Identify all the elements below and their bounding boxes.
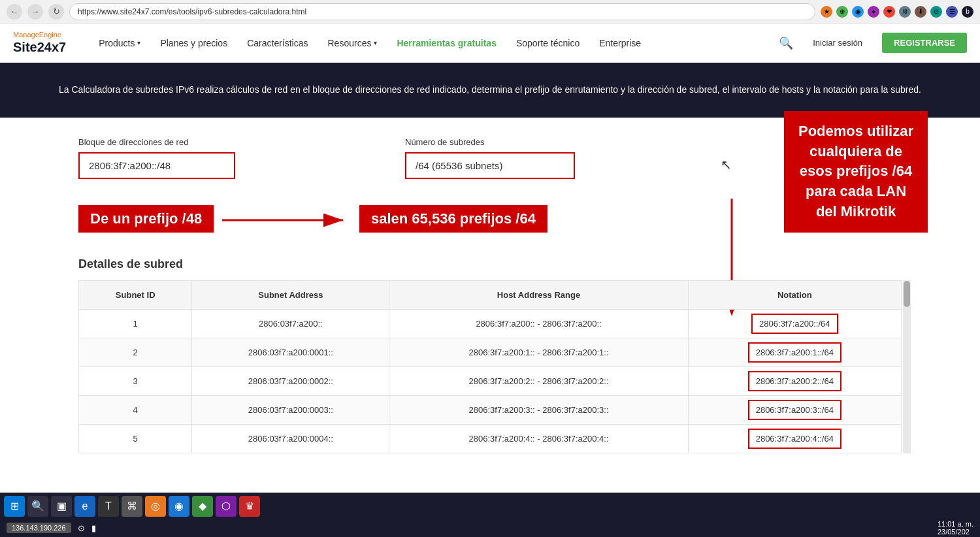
network-block-input[interactable] <box>78 152 235 179</box>
nav-resources[interactable]: Resources ▾ <box>328 38 378 48</box>
browser-icons: ★ ⊕ ◉ ♦ ❤ ⚙ ⬇ ⊙ ☰ b <box>821 6 973 18</box>
network-block-label: Bloque de direcciones de red <box>78 137 235 147</box>
table-row: 4 2806:03f7:a200:0003:: 2806:3f7:a200:3:… <box>79 395 902 424</box>
col-subnet-id: Subnet ID <box>79 280 192 309</box>
search-icon[interactable]: 🔍 <box>779 36 793 50</box>
col-subnet-address: Subnet Address <box>192 280 389 309</box>
logo-top: ManageEngine <box>13 31 66 39</box>
notation-value: 2806:3f7:a200:4::/64 <box>748 429 841 449</box>
resources-chevron: ▾ <box>374 39 377 46</box>
annotation-middle-box: salen 65,536 prefijos /64 <box>359 205 547 233</box>
browser-icon-5: ❤ <box>883 6 895 18</box>
cell-id: 3 <box>79 366 192 395</box>
form-row: Bloque de direcciones de red Número de s… <box>78 137 902 179</box>
search-taskbar-button[interactable]: 🔍 <box>27 496 48 517</box>
browser-bar: ← → ↻ ★ ⊕ ◉ ♦ ❤ ⚙ ⬇ ⊙ ☰ b <box>0 0 980 24</box>
browser-icon-1: ★ <box>821 6 832 18</box>
cell-address: 2806:03f7:a200:0003:: <box>192 395 389 424</box>
cell-notation: 2806:3f7:a200:3::/64 <box>688 395 901 424</box>
cell-id: 5 <box>79 424 192 453</box>
cell-range: 2806:3f7:a200:1:: - 2806:3f7:a200:1:: <box>389 338 688 366</box>
hero-banner: La Calculadora de subredes IPv6 realiza … <box>0 63 980 118</box>
subnet-count-input[interactable] <box>405 152 575 179</box>
cell-range: 2806:3f7:a200:3:: - 2806:3f7:a200:3:: <box>389 395 688 424</box>
cell-address: 2806:03f7:a200:: <box>192 309 389 338</box>
cell-id: 1 <box>79 309 192 338</box>
tooltip-box-right: Podemos utilizar cualquiera de esos pref… <box>784 111 928 233</box>
cell-notation: 2806:3f7:a200:2::/64 <box>688 366 901 395</box>
terminal-button[interactable]: T <box>98 496 119 517</box>
cursor-icon: ↖ <box>721 157 732 172</box>
cell-address: 2806:03f7:a200:0004:: <box>192 424 389 453</box>
app5-button[interactable]: ⬡ <box>216 496 237 517</box>
nav-enterprise[interactable]: Enterprise <box>599 38 641 48</box>
cell-address: 2806:03f7:a200:0001:: <box>192 338 389 366</box>
cell-range: 2806:3f7:a200:2:: - 2806:3f7:a200:2:: <box>389 366 688 395</box>
nav-products[interactable]: Products ▾ <box>99 38 140 48</box>
login-link[interactable]: Iniciar sesión <box>813 38 862 48</box>
table-row: 1 2806:03f7:a200:: 2806:3f7:a200:: - 280… <box>79 309 902 338</box>
browser-icon-4: ♦ <box>868 6 879 18</box>
hero-text: La Calculadora de subredes IPv6 realiza … <box>13 82 967 98</box>
notation-value: 2806:3f7:a200::/64 <box>751 314 838 334</box>
cell-address: 2806:03f7:a200:0002:: <box>192 366 389 395</box>
manage-engine-text: ManageEngine <box>13 31 61 39</box>
cell-range: 2806:3f7:a200:4:: - 2806:3f7:a200:4:: <box>389 424 688 453</box>
col-host-range: Host Address Range <box>389 280 688 309</box>
cell-id: 2 <box>79 338 192 366</box>
register-button[interactable]: REGISTRARSE <box>882 33 967 53</box>
table-header-row: Subnet ID Subnet Address Host Address Ra… <box>79 280 902 309</box>
table-row: 5 2806:03f7:a200:0004:: 2806:3f7:a200:4:… <box>79 424 902 453</box>
browser-profile[interactable]: b <box>962 6 973 18</box>
url-bar[interactable] <box>69 3 815 20</box>
cell-range: 2806:3f7:a200:: - 2806:3f7:a200:: <box>389 309 688 338</box>
subnet-table: Subnet ID Subnet Address Host Address Ra… <box>78 280 902 453</box>
notation-value: 2806:3f7:a200:3::/64 <box>748 400 841 420</box>
logo-bottom: Site24x7 <box>13 39 66 55</box>
notation-value: 2806:3f7:a200:1::/64 <box>748 342 841 363</box>
cell-notation: 2806:3f7:a200:1::/64 <box>688 338 901 366</box>
annotation-left-box: De un prefijo /48 <box>78 205 214 233</box>
cell-notation: 2806:3f7:a200:4::/64 <box>688 424 901 453</box>
table-container: Subnet ID Subnet Address Host Address Ra… <box>78 280 902 453</box>
back-button[interactable]: ← <box>7 4 22 20</box>
scrollbar[interactable] <box>903 280 911 453</box>
app4-button[interactable]: ◆ <box>192 496 213 517</box>
annotation-row: De un prefijo /48 salen 65,536 prefijos … <box>78 199 902 244</box>
windows-button[interactable]: ⊞ <box>4 496 25 517</box>
nav-tools[interactable]: Herramientas gratuitas <box>397 38 497 48</box>
scroll-thumb[interactable] <box>904 281 910 307</box>
arrow-svg <box>222 210 353 230</box>
subnet-count-label: Número de subredes <box>405 137 575 147</box>
task-view-button[interactable]: ▣ <box>51 496 72 517</box>
notation-value: 2806:3f7:a200:2::/64 <box>748 371 841 391</box>
col-notation: Notation <box>688 280 901 309</box>
cell-notation: 2806:3f7:a200::/64 <box>688 309 901 338</box>
logo[interactable]: ManageEngine Site24x7 <box>13 31 66 55</box>
browser-icon-2: ⊕ <box>836 6 848 18</box>
reload-button[interactable]: ↻ <box>48 4 64 20</box>
browser-icon-8: ⊙ <box>930 6 942 18</box>
taskbar: ⊞ 🔍 ▣ e T ⌘ ◎ ◉ ◆ ⬡ ♛ <box>0 493 980 519</box>
cell-id: 4 <box>79 395 192 424</box>
browser-icon-6: ⚙ <box>899 6 911 18</box>
browser-icon-9: ☰ <box>946 6 958 18</box>
nav-features[interactable]: Características <box>247 38 308 48</box>
browser-icon-7: ⬇ <box>915 6 926 18</box>
app1-button[interactable]: ⌘ <box>122 496 142 517</box>
nav-plans[interactable]: Planes y precios <box>160 38 227 48</box>
network-block-group: Bloque de direcciones de red <box>78 137 235 179</box>
products-chevron: ▾ <box>137 39 140 46</box>
app2-button[interactable]: ◎ <box>145 496 166 517</box>
navigation: ManageEngine Site24x7 Products ▾ Planes … <box>0 24 980 63</box>
app6-button[interactable]: ♛ <box>239 496 260 517</box>
app3-button[interactable]: ◉ <box>169 496 189 517</box>
browser-icon-3: ◉ <box>852 6 864 18</box>
nav-support[interactable]: Soporte técnico <box>516 38 580 48</box>
table-row: 2 2806:03f7:a200:0001:: 2806:3f7:a200:1:… <box>79 338 902 366</box>
subnet-count-group: Número de subredes <box>405 137 575 179</box>
table-row: 3 2806:03f7:a200:0002:: 2806:3f7:a200:2:… <box>79 366 902 395</box>
edge-button[interactable]: e <box>74 496 95 517</box>
table-title: Detalles de subred <box>78 257 902 271</box>
forward-button[interactable]: → <box>27 4 43 20</box>
